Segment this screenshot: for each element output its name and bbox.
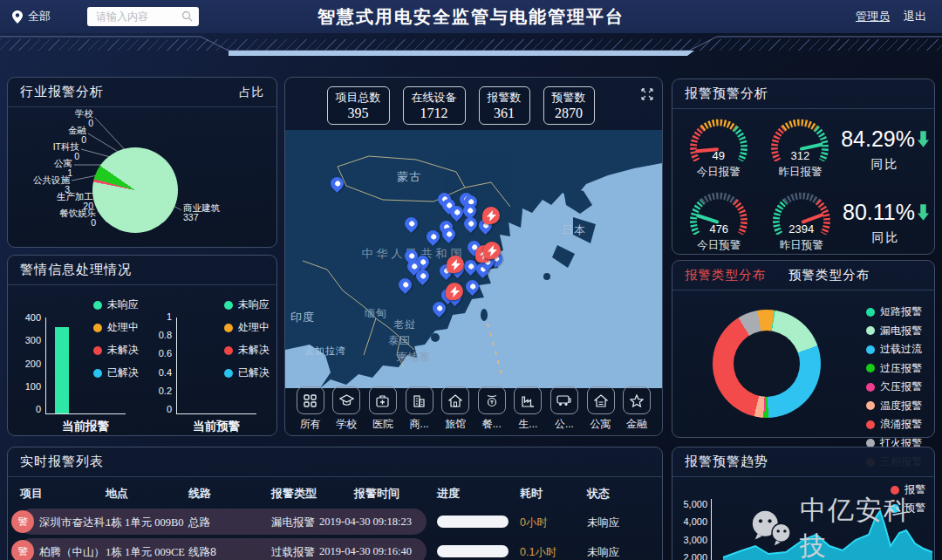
decor-lines [0, 33, 942, 59]
legend-item[interactable]: 未解决 [93, 343, 139, 358]
trend-legend: 报警预警 [891, 482, 925, 516]
legend-label: 浪涌报警 [880, 417, 922, 432]
legend-dot [866, 345, 875, 354]
tab-alarm-type[interactable]: 报警类型分布 [685, 267, 766, 283]
alarm-type-donut-chart[interactable] [713, 310, 821, 418]
legend-dot [224, 324, 233, 332]
alarm-lightning-marker[interactable] [482, 207, 500, 224]
alarm-lightning-marker[interactable] [483, 242, 501, 259]
legend-item[interactable]: 浪涌报警 [866, 417, 922, 432]
filter-school[interactable]: 学校 [329, 386, 364, 432]
legend-item[interactable]: 短路报警 [866, 304, 922, 319]
stats-row: 项目总数395 在线设备1712 报警数361 预警数2870 [285, 86, 636, 125]
pie-label: 餐饮娱乐0 [35, 208, 96, 228]
page-title: 智慧式用电安全监管与电能管理平台 [317, 5, 625, 29]
legend-item[interactable]: 过压报警 [866, 361, 922, 376]
cell-duration: 0小时 [520, 516, 548, 530]
table-row[interactable]: 警 深圳市奋达科... 1栋 1单元 009B0 总路 漏电报警 2019-04… [8, 509, 655, 535]
legend-label: 温度报警 [880, 399, 922, 413]
filter-apartment[interactable]: 公寓 [584, 386, 618, 432]
legend-item[interactable]: 预警 [891, 501, 925, 516]
axis-tick-label: 4,000 [674, 516, 707, 527]
header-decor-band [0, 33, 942, 59]
legend-label: 未响应 [238, 297, 270, 312]
bar-unresponded[interactable] [55, 327, 69, 413]
device-pin-marker[interactable] [396, 276, 414, 294]
device-pin-marker[interactable] [461, 215, 480, 233]
legend-item[interactable]: 温度报警 [866, 399, 922, 413]
search-icon[interactable] [181, 10, 193, 22]
col-header: 线路 [188, 486, 211, 502]
legend-dot [866, 383, 875, 392]
tab-warning-type[interactable]: 预警类型分布 [788, 267, 870, 283]
legend-item[interactable]: 漏电报警 [866, 324, 922, 338]
cell-status: 未响应 [587, 545, 620, 560]
filter-hospital[interactable]: 医院 [365, 386, 400, 432]
axis-tick-label: 200 [10, 359, 41, 369]
legend-item[interactable]: 报警 [891, 482, 925, 497]
bus-icon [556, 394, 571, 406]
axis-tick-label: 5,000 [674, 499, 707, 509]
legend-dot [866, 364, 875, 372]
alarm-lightning-marker[interactable] [446, 283, 463, 300]
gauge-label: 今日报警 [678, 165, 760, 180]
legend-dot [866, 326, 875, 335]
type-tabs: 报警类型分布 预警类型分布 [685, 267, 870, 283]
logout-link[interactable]: 退出 [904, 9, 926, 24]
axis-tick-label: 3,000 [674, 535, 707, 545]
factory-icon [521, 394, 535, 407]
legend-item[interactable]: 未响应 [93, 297, 139, 312]
region-label: 全部 [28, 9, 51, 24]
lightning-icon [451, 259, 461, 270]
china-map[interactable]: 蒙古中华人民共和国日本印度缅甸老挝泰国柬埔寨孟加拉湾 [285, 130, 662, 388]
medical-kit-icon [376, 394, 389, 407]
region-selector[interactable]: 全部 [12, 9, 51, 24]
filter-restaurant[interactable]: 餐... [474, 386, 509, 432]
col-header: 项目 [20, 486, 43, 502]
col-header: 地点 [106, 486, 128, 502]
axis-tick-label: 0.2 [140, 386, 172, 396]
axis-tick-label: 0.6 [140, 348, 172, 359]
filter-production[interactable]: 生... [510, 386, 545, 432]
filter-finance[interactable]: 金融 [619, 386, 654, 432]
restaurant-icon [485, 394, 499, 407]
legend-item[interactable]: 处理中 [224, 320, 270, 335]
alarm-badge: 警 [11, 540, 34, 560]
legend-dot [866, 420, 875, 429]
gauge-dial [684, 111, 754, 161]
legend-item[interactable]: 已解决 [93, 365, 139, 380]
grid-icon [304, 394, 317, 407]
gauge-dial [684, 184, 754, 235]
col-header: 进度 [437, 486, 460, 502]
legend-item[interactable]: 过载过流 [866, 342, 922, 357]
legend-dot [93, 324, 102, 332]
legend-item[interactable]: 欠压报警 [866, 379, 922, 394]
filter-business[interactable]: 商... [402, 386, 437, 432]
filter-hotel[interactable]: 旅馆 [438, 386, 473, 432]
dashboard: { "header": { "location_label": "全部", "s… [0, 0, 942, 560]
panel-corner-label: 占比 [239, 85, 264, 100]
legend-item[interactable]: 未解决 [224, 343, 270, 358]
table-row[interactable]: 警 柏腾（中山） 1栋 1单元 009CE 线路8 过载报警 2019-04-3… [8, 538, 655, 560]
map-markers [285, 130, 662, 388]
user-link[interactable]: 管理员 [856, 9, 890, 24]
filter-all[interactable]: 所有 [293, 386, 328, 432]
legend-dot [224, 301, 233, 310]
alarm-lightning-marker[interactable] [447, 256, 464, 273]
fullscreen-icon[interactable] [641, 88, 653, 100]
device-pin-marker[interactable] [328, 174, 346, 193]
percent-note: 同比 [843, 230, 929, 246]
col-header: 状态 [587, 486, 610, 502]
legend-item[interactable]: 未响应 [224, 297, 270, 312]
device-pin-marker[interactable] [463, 277, 481, 296]
legend-item[interactable]: 已解决 [224, 365, 270, 380]
stat-box-devices: 在线设备1712 [403, 86, 466, 125]
filter-public[interactable]: 公... [547, 386, 582, 432]
gauge-row: 49 今日报警 312 昨日报警 8 [678, 111, 929, 180]
industry-pie-chart[interactable] [92, 147, 178, 233]
device-pin-marker[interactable] [402, 215, 420, 233]
legend-label: 预警 [904, 501, 925, 516]
pie-label: 商业建筑337 [183, 203, 244, 222]
alarm-trend-panel: 报警预警趋势 5,0004,0003,0002,000 报警预警 中亿安科技 [672, 447, 935, 560]
legend-item[interactable]: 处理中 [93, 320, 139, 335]
